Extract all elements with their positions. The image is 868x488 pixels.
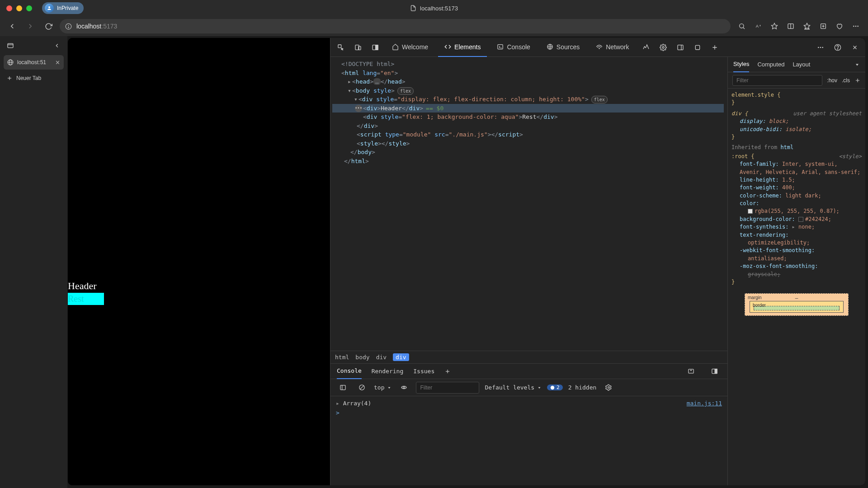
drawer-tab-rendering[interactable]: Rendering: [372, 368, 403, 375]
dom-html-open[interactable]: <html lang="en">: [332, 69, 724, 78]
read-aloud-icon[interactable]: A: [751, 19, 765, 33]
dom-body-close[interactable]: </body>: [332, 148, 724, 157]
tab-welcome[interactable]: Welcome: [386, 38, 434, 57]
collections-icon[interactable]: [816, 19, 830, 33]
browser-essentials-icon[interactable]: [833, 19, 846, 33]
detach-icon[interactable]: [691, 41, 704, 54]
svg-point-3: [68, 27, 69, 28]
reload-button[interactable]: [42, 19, 55, 33]
tab-close-icon[interactable]: ✕: [55, 59, 60, 66]
dom-rest-div[interactable]: <div style="flex: 1; background-color: a…: [332, 113, 724, 122]
more-menu-icon[interactable]: [849, 19, 863, 33]
svg-point-0: [48, 6, 50, 8]
svg-marker-62: [856, 64, 859, 66]
dom-header-div[interactable]: •••<div>Header</div>== $0: [332, 104, 724, 113]
tab-console[interactable]: Console: [491, 38, 536, 57]
svg-rect-35: [678, 45, 683, 50]
clear-console-icon[interactable]: [355, 381, 368, 394]
console-body[interactable]: ▸ Array(4) main.js:11 >: [330, 396, 727, 485]
chevron-down-icon: [537, 385, 542, 390]
dom-row-actions-icon[interactable]: •••: [355, 105, 362, 112]
drawer-expand-icon[interactable]: [684, 365, 698, 378]
sources-icon: [547, 43, 553, 50]
svg-point-43: [822, 47, 823, 48]
drawer-dock-icon[interactable]: [708, 365, 721, 378]
split-screen-icon[interactable]: [784, 19, 797, 33]
activity-icon[interactable]: [674, 41, 687, 54]
more-tabs-icon[interactable]: [708, 41, 722, 54]
styles-filter-input[interactable]: [732, 75, 822, 86]
tab-sources[interactable]: Sources: [540, 38, 586, 57]
performance-icon[interactable]: [639, 41, 653, 54]
back-button[interactable]: [5, 19, 19, 33]
dom-head[interactable]: ▸<head>…</head>: [332, 77, 724, 86]
dom-style[interactable]: <style></style>: [332, 139, 724, 148]
dom-body-open[interactable]: ▾<body style>flex: [332, 86, 724, 95]
settings-icon[interactable]: [656, 41, 670, 54]
url-text: localhost:5173: [76, 23, 117, 30]
crumb-div-active[interactable]: div: [393, 353, 409, 361]
device-toolbar-icon[interactable]: [351, 41, 365, 54]
console-prompt[interactable]: >: [336, 408, 722, 418]
flex-badge[interactable]: flex: [591, 96, 608, 103]
drawer-tabs: Console Rendering Issues: [330, 364, 727, 379]
site-info-icon[interactable]: [65, 23, 72, 30]
new-tab-label: Neuer Tab: [16, 75, 41, 81]
styles-tab-styles[interactable]: Styles: [733, 57, 749, 72]
crumb-html[interactable]: html: [335, 354, 349, 361]
console-log-row[interactable]: ▸ Array(4) main.js:11: [336, 399, 722, 408]
dom-script[interactable]: <script type="module" src="./main.js"></…: [332, 130, 724, 139]
minimize-window-icon[interactable]: [16, 5, 22, 11]
drawer-tab-issues[interactable]: Issues: [413, 368, 434, 375]
favorite-icon[interactable]: [768, 19, 781, 33]
zoom-icon[interactable]: [735, 19, 749, 33]
address-bar[interactable]: localhost:5173: [60, 19, 731, 33]
close-window-icon[interactable]: [6, 5, 12, 11]
svg-point-58: [403, 387, 405, 389]
collapse-tabs-icon[interactable]: [50, 39, 64, 52]
crumb-body[interactable]: body: [355, 354, 369, 361]
dock-icon[interactable]: [368, 41, 382, 54]
drawer-tab-console[interactable]: Console: [337, 364, 362, 379]
new-tab-button[interactable]: Neuer Tab: [4, 73, 64, 83]
svg-rect-53: [340, 385, 345, 390]
inprivate-badge[interactable]: InPrivate: [42, 2, 84, 14]
dom-outer-div[interactable]: ▾<div style="display: flex; flex-directi…: [332, 95, 724, 104]
log-source-link[interactable]: main.js:11: [687, 400, 722, 407]
svg-marker-10: [804, 23, 810, 29]
inspect-icon[interactable]: [334, 41, 348, 54]
dom-div-close[interactable]: </div>: [332, 122, 724, 131]
styles-tab-layout[interactable]: Layout: [793, 61, 810, 68]
dollar-zero-indicator: == $0: [426, 105, 443, 112]
new-style-rule-icon[interactable]: [854, 77, 861, 84]
favorites-list-icon[interactable]: [800, 19, 814, 33]
flex-badge[interactable]: flex: [397, 87, 414, 95]
dom-doctype[interactable]: <!DOCTYPE html>: [332, 60, 724, 69]
styles-body[interactable]: element.style { } div {user agent styles…: [728, 89, 865, 485]
cls-toggle[interactable]: .cls: [842, 77, 850, 84]
issues-badge[interactable]: 2: [547, 385, 563, 390]
tab-elements[interactable]: Elements: [438, 38, 487, 57]
styles-tab-computed[interactable]: Computed: [757, 61, 784, 68]
drawer-add-tab-icon[interactable]: [444, 368, 451, 375]
profile-avatar-icon: [45, 4, 54, 13]
devtools-close-icon[interactable]: [848, 41, 862, 54]
console-filter-input[interactable]: [416, 382, 479, 394]
dom-tree[interactable]: <!DOCTYPE html> <html lang="en"> ▸<head>…: [330, 57, 727, 351]
dom-html-close[interactable]: </html>: [332, 157, 724, 166]
console-settings-icon[interactable]: [602, 381, 615, 394]
maximize-window-icon[interactable]: [26, 5, 32, 11]
devtools-more-icon[interactable]: [814, 41, 827, 54]
help-icon[interactable]: [831, 41, 844, 54]
console-levels-select[interactable]: Default levels: [485, 384, 542, 391]
live-expression-icon[interactable]: [397, 381, 410, 394]
console-sidebar-icon[interactable]: [336, 381, 349, 394]
tab-actions-icon[interactable]: [4, 39, 17, 52]
tab-localhost[interactable]: localhost:51 ✕: [4, 55, 64, 70]
hov-toggle[interactable]: :hov: [827, 77, 837, 84]
crumb-div[interactable]: div: [376, 354, 387, 361]
chevron-down-icon[interactable]: [854, 62, 860, 67]
tab-network[interactable]: Network: [590, 38, 635, 57]
console-context-select[interactable]: top: [374, 384, 392, 391]
svg-marker-57: [388, 387, 391, 388]
